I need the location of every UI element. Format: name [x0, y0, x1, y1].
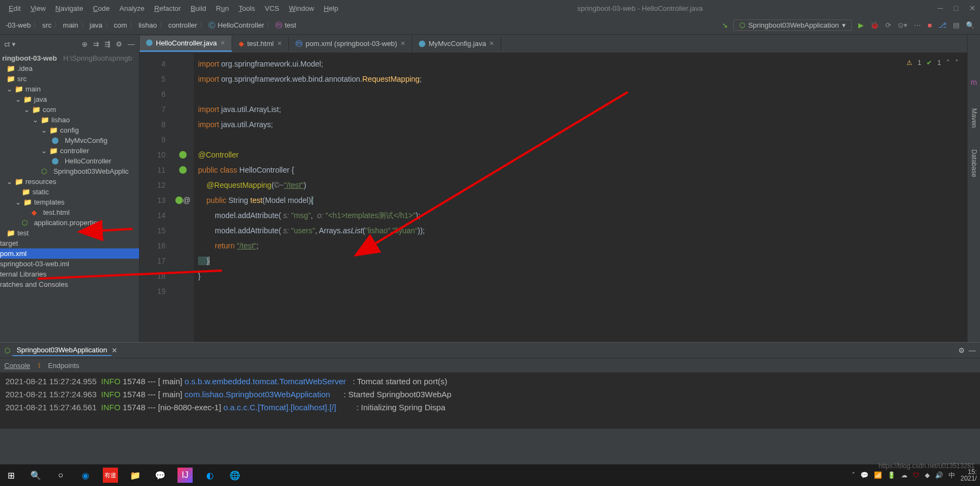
breadcrumb-segment[interactable]: com — [114, 21, 127, 29]
close-tab-icon[interactable]: ✕ — [277, 40, 282, 47]
menu-build[interactable]: Build — [186, 3, 211, 14]
cortana-button[interactable]: ○ — [53, 468, 68, 483]
console-output[interactable]: 2021-08-21 15:27:24.955 INFO 15748 --- [… — [0, 373, 980, 429]
console-tab[interactable]: Console — [4, 362, 30, 370]
explorer-icon[interactable]: 📁 — [128, 468, 143, 483]
project-tree[interactable]: ringboot-03-web H:\SpringBoot\springb 📁.… — [0, 53, 139, 342]
tray-shield-icon[interactable]: 🛡 — [913, 471, 919, 479]
hide-run-icon[interactable]: — — [969, 346, 976, 354]
folder-resources[interactable]: ⌄ 📁resources — [0, 176, 139, 187]
search-everywhere-button[interactable]: 🔍 — [966, 21, 975, 29]
maven-tool-tab[interactable]: Maven — [970, 108, 978, 128]
folder-lishao[interactable]: ⌄ 📁lishao — [0, 115, 139, 125]
gutter-icons[interactable]: @ — [172, 53, 194, 342]
menu-code[interactable]: Code — [89, 3, 114, 14]
coverage-button[interactable]: ⟳ — [885, 21, 891, 29]
file-hellocontroller[interactable]: HelloController — [0, 156, 139, 166]
breadcrumb-segment[interactable]: lishao — [139, 21, 157, 29]
tray-cloud-icon[interactable]: ☁ — [901, 471, 907, 479]
menu-edit[interactable]: Edit — [4, 3, 25, 14]
folder-config[interactable]: ⌄ 📁config — [0, 125, 139, 135]
close-run-tab-icon[interactable]: ✕ — [111, 346, 117, 354]
folder-java[interactable]: ⌄ 📁java — [0, 94, 139, 104]
collapse-icon[interactable]: ⇉ — [93, 40, 99, 48]
run-settings-icon[interactable]: ⚙ — [958, 346, 965, 354]
search-button[interactable]: 🔍 — [28, 468, 43, 483]
wechat-icon[interactable]: 💬 — [153, 468, 168, 483]
menu-refactor[interactable]: Refactor — [150, 3, 185, 14]
tab-hellocontroller[interactable]: HelloController.java✕ — [140, 36, 232, 52]
start-button[interactable]: ⊞ — [3, 468, 18, 483]
menu-navigate[interactable]: Navigate — [51, 3, 87, 14]
expand-all-icon[interactable]: ⊕ — [82, 40, 88, 48]
menu-help[interactable]: Help — [319, 3, 343, 14]
folder-test[interactable]: 📁test — [0, 228, 139, 238]
up-arrow-icon[interactable]: ˄ — [946, 55, 950, 70]
breadcrumbs[interactable]: -03-web〉 src〉 main〉 java〉 com〉 lishao〉 c… — [5, 21, 296, 30]
build-hammer-icon[interactable]: ↘ — [722, 21, 728, 29]
tray-battery-icon[interactable]: 🔋 — [887, 471, 896, 479]
taskbar-clock[interactable]: 15:2021/ — [961, 469, 977, 482]
project-root[interactable]: ringboot-03-web H:\SpringBoot\springb — [0, 53, 139, 63]
youdao-icon[interactable]: 有道 — [103, 468, 118, 483]
system-tray[interactable]: ˄ 💬 📶 🔋 ☁ 🛡 ◆ 🔊 中 15:2021/ — [852, 469, 977, 482]
file-app-properties[interactable]: ⬡ application.properties — [0, 218, 139, 228]
breadcrumb-segment[interactable]: main — [63, 21, 78, 29]
breadcrumb-segment[interactable]: controller — [168, 21, 197, 29]
edge-icon[interactable]: ◉ — [78, 468, 93, 483]
tray-wifi-icon[interactable]: 📶 — [874, 471, 882, 479]
file-iml[interactable]: springboot-03-web.iml — [0, 259, 139, 269]
folder-target[interactable]: target — [0, 238, 139, 248]
run-config-selector[interactable]: ⬡ Springboot03WebApplication ▾ — [733, 19, 852, 31]
override-icon[interactable]: @ — [183, 193, 190, 208]
code-editor[interactable]: 45678910111213141516171819 @ ⚠1 ✔1 ˄˅ im… — [140, 53, 967, 342]
folder-templates[interactable]: ⌄ 📁templates — [0, 197, 139, 207]
chrome-icon[interactable]: 🌐 — [227, 468, 242, 483]
debug-button[interactable]: 🐞 — [870, 21, 879, 29]
tray-wechat-icon[interactable]: 💬 — [860, 471, 869, 479]
menu-vcs[interactable]: VCS — [260, 3, 284, 14]
folder-com[interactable]: ⌄ 📁com — [0, 104, 139, 115]
tab-test-html[interactable]: ◆test.html✕ — [232, 36, 289, 51]
tray-app-icon[interactable]: ◆ — [925, 471, 930, 479]
minimize-button[interactable]: ─ — [938, 4, 943, 12]
breadcrumb-segment[interactable]: test — [285, 21, 296, 29]
menu-window[interactable]: Window — [285, 3, 318, 14]
run-config-tab[interactable]: Springboot03WebApplication — [12, 345, 111, 356]
spring-gutter-icon[interactable] — [179, 166, 187, 174]
tab-pom-xml[interactable]: ⓜpom.xml (springboot-03-web)✕ — [289, 36, 412, 52]
database-tool-tab[interactable]: Database — [970, 149, 978, 177]
intellij-icon[interactable]: IJ — [177, 468, 193, 483]
external-libraries[interactable]: ternal Libraries — [0, 269, 139, 279]
close-tab-icon[interactable]: ✕ — [400, 40, 405, 47]
project-structure-button[interactable]: ▤ — [953, 21, 959, 29]
menu-run[interactable]: Run — [212, 3, 233, 14]
breadcrumb-segment[interactable]: java — [90, 21, 103, 29]
breadcrumb-segment[interactable]: HelloController — [218, 21, 264, 29]
run-button[interactable]: ▶ — [858, 21, 864, 29]
file-mymvcconfig[interactable]: MyMvcConfig — [0, 135, 139, 146]
stop-button[interactable]: ■ — [928, 21, 932, 29]
folder-static[interactable]: 📁static — [0, 187, 139, 197]
breadcrumb-segment[interactable]: -03-web — [5, 21, 31, 29]
qq-browser-icon[interactable]: ◐ — [202, 468, 218, 483]
maximize-button[interactable]: □ — [954, 4, 958, 12]
git-button[interactable]: ⎇ — [938, 21, 946, 29]
menu-view[interactable]: View — [26, 3, 50, 14]
close-tab-icon[interactable]: ✕ — [489, 40, 494, 47]
tray-ime-icon[interactable]: 中 — [949, 471, 955, 480]
endpoints-tab[interactable]: Endpoints — [48, 362, 80, 370]
folder-controller[interactable]: ⌄ 📁controller — [0, 146, 139, 156]
project-select[interactable]: ct ▾ — [4, 40, 16, 48]
close-tab-icon[interactable]: ✕ — [220, 40, 225, 47]
breadcrumb-segment[interactable]: src — [42, 21, 51, 29]
folder-main[interactable]: ⌄ 📁main — [0, 84, 139, 94]
folder-idea[interactable]: 📁.idea — [0, 63, 139, 74]
settings-gear-icon[interactable]: ⚙ — [116, 40, 122, 48]
close-button[interactable]: ✕ — [969, 4, 976, 12]
hide-icon[interactable]: — — [128, 40, 135, 48]
down-arrow-icon[interactable]: ˅ — [955, 55, 958, 70]
select-opened-icon[interactable]: ⇶ — [104, 40, 110, 48]
maven-tool-icon[interactable]: m — [971, 78, 977, 87]
menu-analyze[interactable]: Analyze — [115, 3, 149, 14]
